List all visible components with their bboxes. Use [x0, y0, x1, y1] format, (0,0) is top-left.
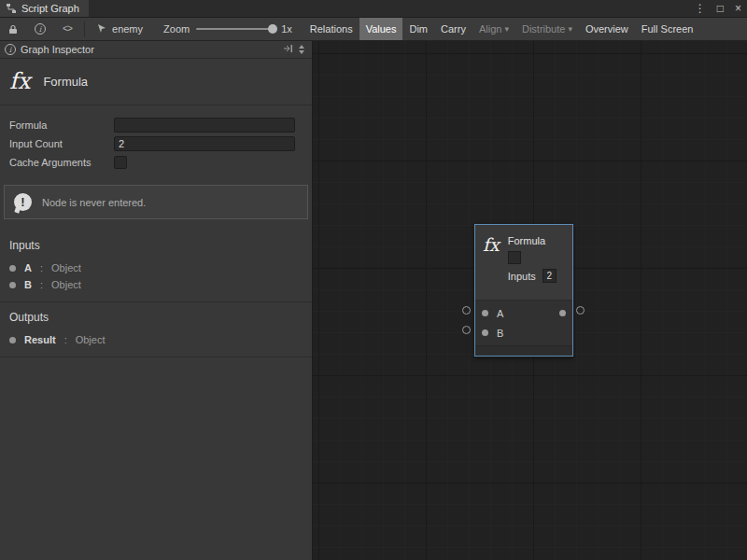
- unit-title-block: fx Formula: [0, 59, 312, 105]
- outputs-header: Outputs: [0, 302, 312, 331]
- tab-label: Script Graph: [21, 3, 79, 14]
- node-port-a-row: A: [475, 303, 572, 323]
- connection-point-b[interactable]: [462, 326, 471, 334]
- chevron-down-icon: ▾: [504, 24, 509, 34]
- relations-button[interactable]: Relations: [303, 18, 359, 40]
- input-count-label: Input Count: [0, 138, 114, 149]
- port-dot-icon: [9, 337, 16, 343]
- port-separator: :: [40, 279, 43, 290]
- tab-script-graph[interactable]: Script Graph: [0, 0, 89, 17]
- connection-point-result[interactable]: [576, 306, 585, 315]
- title-bar: Script Graph ⋮ □ ×: [0, 0, 747, 18]
- dim-button[interactable]: Dim: [402, 18, 434, 40]
- output-port-result-row: Result : Object: [0, 331, 312, 348]
- input-count-input[interactable]: [114, 136, 295, 151]
- node-footer: [475, 345, 572, 356]
- graph-name-label: enemy: [112, 23, 143, 35]
- graph-toolbar: i <> enemy Zoom 1x Relations Values Dim …: [0, 18, 747, 41]
- warning-box: ! Node is never entered.: [4, 185, 308, 219]
- port-separator: :: [40, 262, 43, 273]
- node-ports-area: A B: [475, 300, 572, 345]
- node-formula-input[interactable]: [508, 251, 521, 264]
- input-port-a-row: A : Object: [0, 259, 312, 276]
- script-graph-icon: [6, 3, 17, 14]
- cache-arguments-checkbox[interactable]: [114, 156, 127, 169]
- align-dropdown[interactable]: Align ▾: [472, 18, 515, 40]
- carry-button[interactable]: Carry: [434, 18, 472, 40]
- code-view-icon[interactable]: <>: [54, 18, 80, 40]
- chevron-down-icon: ▾: [568, 24, 572, 34]
- info-icon: i: [5, 44, 16, 55]
- overview-button[interactable]: Overview: [579, 18, 635, 40]
- scroll-down-icon[interactable]: [299, 50, 304, 54]
- output-port-result[interactable]: [559, 310, 566, 316]
- node-inputs-count[interactable]: 2: [543, 269, 557, 283]
- cache-arguments-label: Cache Arguments: [0, 157, 114, 168]
- distribute-dropdown[interactable]: Distribute ▾: [515, 18, 579, 40]
- formula-field-row: Formula: [0, 116, 312, 134]
- formula-field-label: Formula: [0, 119, 114, 131]
- graph-inspector-panel: i Graph Inspector fx Formula: [0, 41, 313, 560]
- port-dot-icon: [9, 282, 16, 288]
- formula-input[interactable]: [114, 118, 295, 133]
- toolbar-divider: [84, 21, 85, 37]
- dock-panel-icon[interactable]: [283, 44, 293, 55]
- input-port-b[interactable]: [482, 329, 488, 336]
- inputs-section: Inputs A : Object B : Object: [0, 231, 312, 302]
- node-title: Formula: [508, 233, 557, 246]
- node-inputs-label: Inputs: [508, 271, 536, 282]
- inspector-header: i Graph Inspector: [0, 41, 312, 59]
- input-port-a[interactable]: [482, 310, 488, 316]
- formula-node-header[interactable]: fx Formula Inputs 2: [475, 225, 572, 300]
- formula-node[interactable]: fx Formula Inputs 2 A: [474, 224, 573, 357]
- maximize-icon[interactable]: □: [712, 0, 729, 18]
- zoom-value: 1x: [281, 23, 292, 35]
- info-icon[interactable]: i: [26, 18, 54, 40]
- full-screen-button[interactable]: Full Screen: [635, 18, 700, 40]
- connection-point-a[interactable]: [462, 306, 471, 315]
- formula-fx-icon: fx: [483, 233, 500, 300]
- scroll-up-icon[interactable]: [299, 45, 304, 49]
- lock-icon[interactable]: [0, 18, 26, 40]
- graph-asset-icon: [96, 22, 107, 35]
- close-icon[interactable]: ×: [729, 0, 747, 18]
- window-menu-icon[interactable]: ⋮: [689, 0, 712, 18]
- inspector-title: Graph Inspector: [21, 44, 94, 55]
- node-port-b-row: B: [475, 323, 572, 343]
- zoom-slider[interactable]: [196, 28, 275, 30]
- unit-fields: Formula Input Count Cache Arguments: [0, 105, 312, 175]
- cache-arguments-field-row: Cache Arguments: [0, 153, 312, 172]
- port-dot-icon: [9, 265, 16, 272]
- formula-fx-icon: fx: [9, 70, 30, 92]
- warning-text: Node is never entered.: [42, 197, 146, 208]
- outputs-section: Outputs Result : Object: [0, 302, 312, 357]
- input-count-field-row: Input Count: [0, 134, 312, 153]
- warning-icon: !: [14, 193, 32, 211]
- input-port-b-row: B : Object: [0, 276, 312, 293]
- zoom-label: Zoom: [163, 23, 190, 35]
- graph-canvas[interactable]: fx Formula Inputs 2 A: [313, 41, 747, 560]
- zoom-slider-thumb[interactable]: [268, 24, 277, 34]
- values-button[interactable]: Values: [359, 18, 403, 40]
- panel-scroll-spinner[interactable]: [299, 45, 304, 54]
- graph-reference[interactable]: enemy: [89, 22, 150, 35]
- inputs-header: Inputs: [0, 231, 312, 259]
- unit-title: Formula: [43, 75, 88, 89]
- port-separator: :: [64, 334, 67, 345]
